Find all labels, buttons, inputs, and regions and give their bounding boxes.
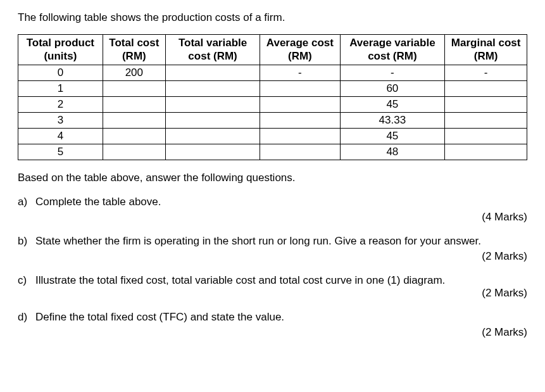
question-d-marks: (2 Marks) [18, 326, 527, 339]
cell [165, 128, 260, 144]
cell [445, 112, 527, 128]
cell [260, 80, 340, 96]
cell: 1 [18, 80, 103, 96]
cell [260, 144, 340, 160]
table-row: 3 43.33 [18, 112, 527, 128]
cell [103, 128, 165, 144]
header-average-variable-cost: Average variable cost (RM) [340, 35, 445, 65]
cell [103, 144, 165, 160]
cell: 45 [340, 128, 445, 144]
table-row: 1 60 [18, 80, 527, 96]
table-row: 4 45 [18, 128, 527, 144]
cell [260, 112, 340, 128]
header-total-variable-cost: Total variable cost (RM) [165, 35, 260, 65]
cell [165, 96, 260, 112]
question-a-text: Complete the table above. [35, 196, 527, 208]
question-a-marks: (4 Marks) [18, 211, 527, 224]
cell: - [445, 65, 527, 80]
question-c: c) Illustrate the total fixed cost, tota… [18, 274, 527, 300]
header-average-cost: Average cost (RM) [260, 35, 340, 65]
cell [103, 96, 165, 112]
cell [165, 80, 260, 96]
cell [445, 96, 527, 112]
question-a-label: a) [18, 196, 35, 208]
table-row: 5 48 [18, 144, 527, 160]
cost-table: Total product (units) Total cost (RM) To… [18, 34, 527, 160]
question-b-text: State whether the firm is operating in t… [35, 235, 527, 248]
cell: 4 [18, 128, 103, 144]
header-marginal-cost: Marginal cost (RM) [445, 35, 527, 65]
intro-text: The following table shows the production… [18, 11, 527, 24]
cell [165, 112, 260, 128]
cell: 48 [340, 144, 445, 160]
cell: 43.33 [340, 112, 445, 128]
cell [103, 112, 165, 128]
cell: 0 [18, 65, 103, 80]
question-b-label: b) [18, 235, 35, 248]
cell: - [260, 65, 340, 80]
cell [445, 80, 527, 96]
cell: 200 [103, 65, 165, 80]
question-b-marks: (2 Marks) [18, 250, 527, 263]
header-total-product: Total product (units) [18, 35, 103, 65]
cell [260, 96, 340, 112]
question-c-label: c) [18, 274, 35, 287]
cell [165, 144, 260, 160]
question-c-text: Illustrate the total fixed cost, total v… [35, 274, 527, 287]
cell: - [340, 65, 445, 80]
cell [165, 65, 260, 80]
cell: 3 [18, 112, 103, 128]
question-d-label: d) [18, 311, 35, 324]
question-d-text: Define the total fixed cost (TFC) and st… [35, 311, 527, 324]
cell: 45 [340, 96, 445, 112]
cell: 2 [18, 96, 103, 112]
instruction-text: Based on the table above, answer the fol… [18, 172, 527, 184]
table-row: 2 45 [18, 96, 527, 112]
cell [445, 128, 527, 144]
question-a: a) Complete the table above. (4 Marks) [18, 196, 527, 224]
table-header-row: Total product (units) Total cost (RM) To… [18, 35, 527, 65]
question-d: d) Define the total fixed cost (TFC) and… [18, 311, 527, 339]
header-total-cost: Total cost (RM) [103, 35, 165, 65]
cell [260, 128, 340, 144]
cell [103, 80, 165, 96]
cell: 5 [18, 144, 103, 160]
table-row: 0 200 - - - [18, 65, 527, 80]
question-c-marks: (2 Marks) [35, 287, 527, 300]
cell: 60 [340, 80, 445, 96]
cell [445, 144, 527, 160]
question-b: b) State whether the firm is operating i… [18, 235, 527, 263]
